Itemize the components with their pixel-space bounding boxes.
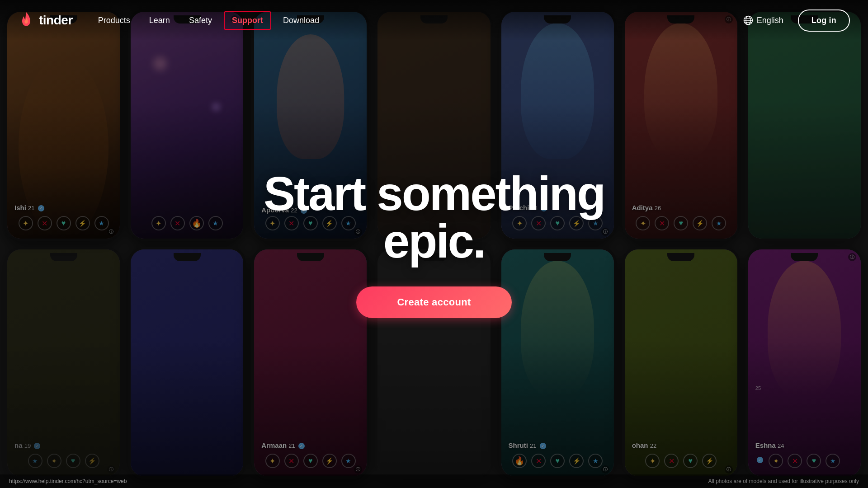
create-account-button[interactable]: Create account [356, 286, 511, 318]
hero-section: Start something epic. Create account [231, 170, 637, 318]
logo-area[interactable]: tinder [18, 12, 73, 28]
globe-icon [743, 15, 753, 25]
nav-safety[interactable]: Safety [182, 12, 219, 29]
language-button[interactable]: English [738, 12, 789, 29]
brand-name: tinder [39, 13, 73, 28]
tinder-logo-flame [18, 12, 34, 28]
url-bar: https://www.help.tinder.com/hc?utm_sourc… [9, 478, 127, 484]
nav-learn[interactable]: Learn [142, 12, 177, 29]
hero-title: Start something epic. [231, 170, 637, 265]
language-label: English [757, 16, 783, 25]
disclaimer-text: All photos are of models and used for il… [708, 478, 859, 484]
status-bar: https://www.help.tinder.com/hc?utm_sourc… [0, 474, 868, 488]
nav-links: Products Learn Safety Support Download [91, 11, 738, 30]
login-button[interactable]: Log in [798, 9, 850, 32]
nav-support[interactable]: Support [224, 11, 271, 30]
navbar: tinder Products Learn Safety Support Dow… [0, 0, 868, 41]
nav-products[interactable]: Products [91, 12, 137, 29]
nav-download[interactable]: Download [276, 12, 326, 29]
nav-right: English Log in [738, 9, 850, 32]
